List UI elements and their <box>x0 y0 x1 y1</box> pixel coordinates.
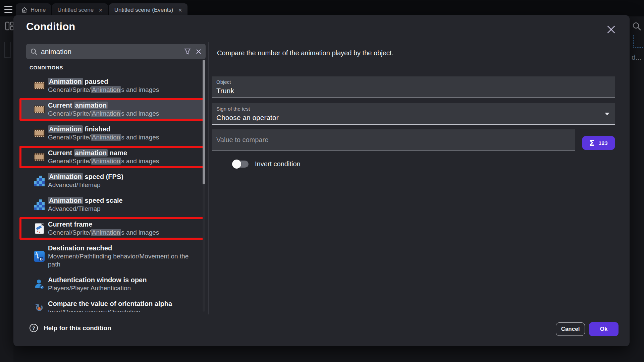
condition-path: Advanced/Tilemap <box>48 181 123 189</box>
left-toolbar-background <box>0 16 13 362</box>
condition-path: Input/Device sensors/Orientation <box>48 308 172 312</box>
close-tab-icon[interactable]: × <box>178 7 182 13</box>
help-label: Help for this condition <box>44 324 111 332</box>
condition-path: General/Sprite/Animations and images <box>48 86 159 94</box>
digits-label: 123 <box>599 140 608 146</box>
condition-title: Authentication window is open <box>48 276 147 284</box>
condition-title: Animation speed (FPS) <box>48 173 123 181</box>
tab-label: Untitled scene (Events) <box>114 7 173 13</box>
operator-select-value: Choose an operator <box>216 114 611 122</box>
operator-select-label: Sign of the test <box>216 106 611 112</box>
filter-icon[interactable] <box>184 48 191 55</box>
condition-description: Compare the number of the animation play… <box>217 49 393 57</box>
condition-search-bar <box>26 44 206 59</box>
condition-item[interactable]: ✓ Authentication window is open Players/… <box>19 273 205 295</box>
condition-item-current-frame[interactable]: Current frame General/Sprite/Animations … <box>19 217 205 240</box>
selection-rectangle <box>633 35 644 48</box>
tab-label: Home <box>31 7 46 13</box>
condition-path: General/Sprite/Animations and images <box>48 229 159 237</box>
condition-item[interactable]: Animation speed scale Advanced/Tilemap <box>19 193 205 216</box>
object-field-value: Trunk <box>216 87 611 95</box>
truncated-label: d... <box>632 53 641 61</box>
tilemap-icon <box>34 175 45 187</box>
condition-path: General/Sprite/Animations and images <box>48 110 159 118</box>
condition-path: General/Sprite/Animations and images <box>48 133 159 141</box>
invert-condition-toggle[interactable] <box>232 160 249 168</box>
search-input[interactable] <box>41 48 184 56</box>
condition-path: Advanced/Tilemap <box>48 205 123 213</box>
film-icon <box>34 128 45 139</box>
operator-select[interactable]: Sign of the test Choose an operator <box>212 103 615 125</box>
condition-list: Animation paused General/Sprite/Animatio… <box>19 74 205 312</box>
condition-title: Current animation name <box>48 149 159 157</box>
tab-label: Untitled scene <box>57 7 94 13</box>
right-panel-background: d... <box>630 16 644 362</box>
help-icon: ? <box>30 324 38 332</box>
pathfinding-icon: AB <box>34 251 45 262</box>
tab-untitled-scene[interactable]: Untitled scene × <box>52 3 108 16</box>
condition-item[interactable]: Animation speed (FPS) Advanced/Tilemap <box>19 170 205 192</box>
panel-divider <box>208 42 209 314</box>
panels-icon[interactable] <box>5 21 14 31</box>
tab-bar: Home Untitled scene × Untitled scene (Ev… <box>16 3 187 16</box>
conditions-section-label: CONDITIONS <box>30 65 63 70</box>
search-icon <box>30 48 38 55</box>
object-field[interactable]: Object Trunk <box>212 76 615 98</box>
invert-condition-row: Invert condition <box>232 160 301 168</box>
close-dialog-icon[interactable] <box>607 25 615 34</box>
object-field-label: Object <box>216 79 611 85</box>
condition-title: Compare the value of orientation alpha <box>48 300 172 308</box>
cancel-button[interactable]: Cancel <box>556 322 585 336</box>
condition-title: Animation paused <box>48 77 159 86</box>
help-link[interactable]: ? Help for this condition <box>30 324 111 332</box>
clear-search-icon[interactable] <box>196 49 202 55</box>
film-icon <box>34 152 45 163</box>
frame-icon <box>34 223 45 234</box>
app-top-bar: Home Untitled scene × Untitled scene (Ev… <box>0 0 644 16</box>
tab-home[interactable]: Home <box>16 3 51 16</box>
condition-title: Destination reached <box>48 244 200 252</box>
condition-item[interactable]: Animation paused General/Sprite/Animatio… <box>19 74 205 97</box>
ok-button[interactable]: Ok <box>589 322 619 336</box>
value-to-compare-input[interactable] <box>216 136 571 144</box>
home-icon <box>21 7 28 13</box>
condition-description-row: Compare the number of the animation play… <box>212 49 393 57</box>
expression-editor-button[interactable]: Σ 123 <box>582 136 615 150</box>
canvas-fragment <box>4 42 11 58</box>
invert-condition-label: Invert condition <box>255 160 301 168</box>
tilemap-icon <box>34 199 45 210</box>
condition-title: Animation finished <box>48 125 159 133</box>
player-authentication-icon: ✓ <box>34 279 45 290</box>
dialog-title: Condition <box>26 21 75 33</box>
search-icon[interactable] <box>632 21 642 31</box>
condition-path: Players/Player Authentication <box>48 284 147 292</box>
tab-untitled-scene-events[interactable]: Untitled scene (Events) × <box>109 3 187 16</box>
film-icon <box>34 104 45 115</box>
condition-title: Animation speed scale <box>48 196 123 205</box>
condition-item[interactable]: AB Destination reached Movement/Pathfind… <box>19 241 205 272</box>
menu-icon[interactable] <box>4 6 12 13</box>
chevron-down-icon <box>605 113 609 115</box>
value-to-compare-field[interactable] <box>212 129 575 151</box>
condition-item[interactable]: Animation finished General/Sprite/Animat… <box>19 122 205 144</box>
condition-title: Current animation <box>48 101 159 110</box>
condition-path: General/Sprite/Animations and images <box>48 157 159 165</box>
condition-item[interactable]: ↻ Compare the value of orientation alpha… <box>19 297 205 312</box>
film-icon <box>34 80 45 92</box>
orientation-icon: ↻ <box>34 302 45 312</box>
condition-path: Movement/Pathfinding behavior/Movement o… <box>48 252 200 268</box>
condition-item-current-animation[interactable]: Current animation General/Sprite/Animati… <box>19 98 205 121</box>
sigma-icon: Σ <box>589 138 594 148</box>
scrollbar-thumb[interactable] <box>203 60 205 184</box>
condition-dialog: Condition CONDITIONS Animation paused Ge… <box>13 15 630 346</box>
condition-item-current-animation-name[interactable]: Current animation name General/Sprite/An… <box>19 146 205 168</box>
close-tab-icon[interactable]: × <box>99 7 103 13</box>
list-scrollbar[interactable] <box>203 60 205 312</box>
condition-title: Current frame <box>48 220 159 229</box>
